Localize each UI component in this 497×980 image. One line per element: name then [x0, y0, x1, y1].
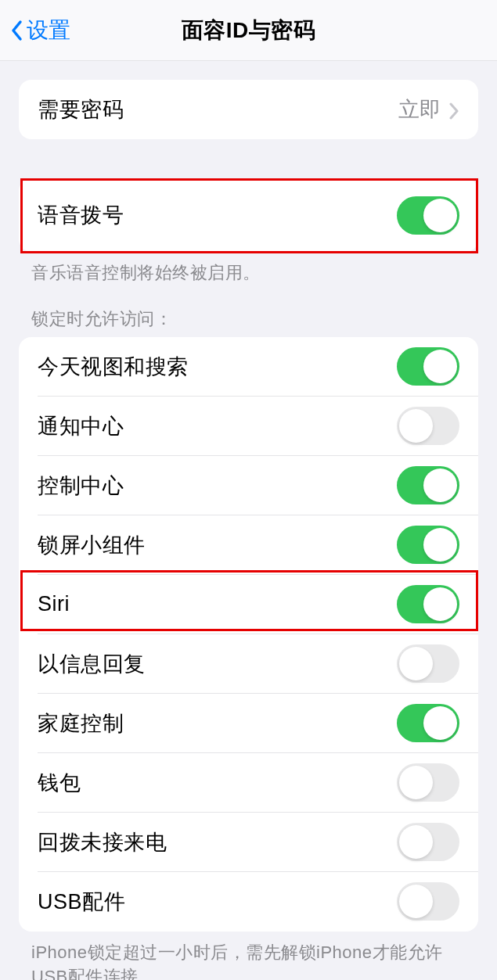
voice-dial-footer: 音乐语音控制将始终被启用。 — [0, 252, 497, 285]
lock-access-label: 今天视图和搜索 — [38, 353, 189, 381]
lock-access-footer: iPhone锁定超过一小时后，需先解锁iPhone才能允许USB配件连接。 — [0, 932, 497, 980]
lock-access-label: 以信息回复 — [38, 650, 146, 678]
lock-access-label: USB配件 — [38, 888, 125, 916]
voice-dial-row: 语音拨号 — [19, 178, 478, 252]
lock-access-row: 钱包 — [19, 753, 478, 813]
back-button[interactable]: 设置 — [9, 16, 70, 45]
require-passcode-row[interactable]: 需要密码 立即 — [19, 80, 478, 139]
require-passcode-value: 立即 — [398, 95, 459, 124]
chevron-right-icon — [448, 101, 459, 118]
lock-access-label: 家庭控制 — [38, 709, 124, 738]
lock-access-row: 家庭控制 — [19, 694, 478, 753]
lock-access-toggle[interactable] — [397, 585, 459, 623]
lock-access-toggle[interactable] — [397, 644, 459, 683]
lock-access-toggle[interactable] — [397, 823, 459, 861]
lock-access-header: 锁定时允许访问： — [0, 285, 497, 337]
lock-access-label: 回拨未接来电 — [38, 828, 167, 856]
lock-access-row: USB配件 — [19, 872, 478, 932]
lock-access-row: 通知中心 — [19, 397, 478, 456]
voice-dial-group: 语音拨号 — [19, 178, 478, 252]
require-passcode-label: 需要密码 — [38, 95, 124, 124]
lock-access-row: 锁屏小组件 — [19, 515, 478, 575]
back-label: 设置 — [27, 16, 70, 45]
lock-access-toggle[interactable] — [397, 466, 459, 504]
page-title: 面容ID与密码 — [182, 16, 316, 45]
chevron-left-icon — [9, 18, 25, 43]
lock-access-row: 回拨未接来电 — [19, 813, 478, 872]
lock-access-toggle[interactable] — [397, 347, 459, 386]
lock-access-group: 今天视图和搜索通知中心控制中心锁屏小组件Siri以信息回复家庭控制钱包回拨未接来… — [19, 337, 478, 932]
lock-access-toggle[interactable] — [397, 526, 459, 564]
lock-access-row: 控制中心 — [19, 456, 478, 515]
lock-access-label: 钱包 — [38, 769, 81, 797]
lock-access-label: Siri — [38, 592, 70, 616]
lock-access-toggle[interactable] — [397, 407, 459, 445]
lock-access-toggle[interactable] — [397, 763, 459, 802]
lock-access-label: 锁屏小组件 — [38, 531, 146, 559]
require-passcode-group: 需要密码 立即 — [19, 80, 478, 139]
lock-access-label: 通知中心 — [38, 412, 124, 440]
nav-bar: 设置 面容ID与密码 — [0, 0, 497, 61]
voice-dial-toggle[interactable] — [397, 196, 459, 235]
lock-access-label: 控制中心 — [38, 472, 124, 500]
lock-access-row: 今天视图和搜索 — [19, 337, 478, 397]
lock-access-toggle[interactable] — [397, 704, 459, 742]
lock-access-toggle[interactable] — [397, 882, 459, 921]
lock-access-row: 以信息回复 — [19, 634, 478, 694]
lock-access-row: Siri — [19, 575, 478, 634]
voice-dial-label: 语音拨号 — [38, 201, 124, 229]
